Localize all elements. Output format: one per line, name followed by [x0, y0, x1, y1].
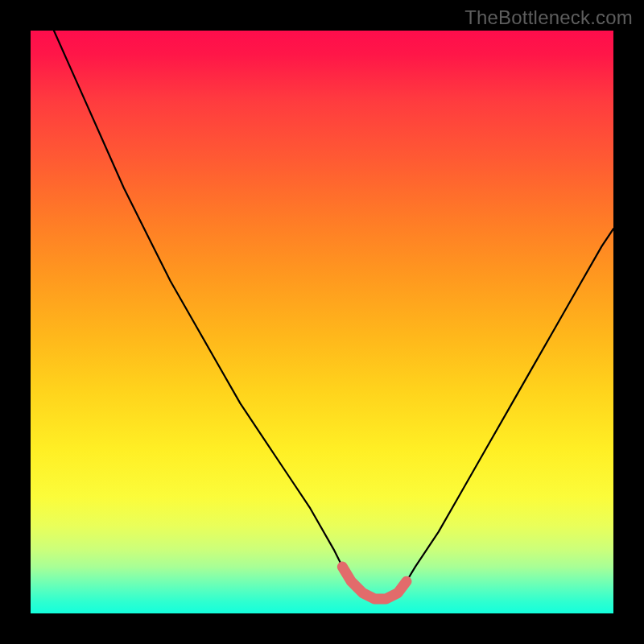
plot-area	[31, 31, 613, 613]
bottleneck-curve	[54, 31, 613, 599]
curve-layer	[31, 31, 613, 613]
optimal-marker	[342, 567, 407, 599]
chart-frame: TheBottleneck.com	[0, 0, 644, 644]
watermark-text: TheBottleneck.com	[464, 6, 633, 29]
